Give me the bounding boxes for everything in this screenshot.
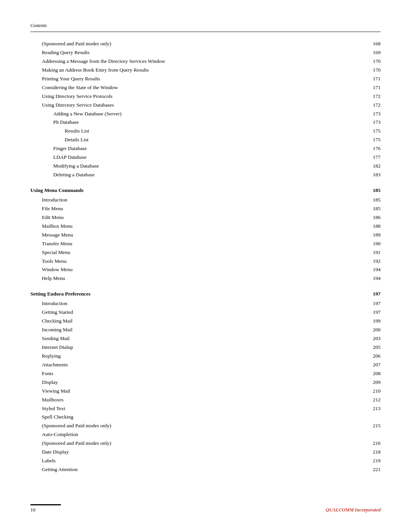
- toc-entry-page: 171: [362, 83, 381, 92]
- toc-entry-page: 197: [362, 299, 381, 308]
- list-item: Details List175: [30, 136, 381, 144]
- page-header: Contents: [30, 23, 381, 32]
- toc-entry-page: 169: [362, 48, 381, 57]
- toc-entry-page: 215: [362, 422, 381, 430]
- toc-entry-page: 200: [362, 326, 381, 334]
- list-item: Using Directory Service Protocols172: [30, 92, 381, 101]
- toc-entry-text: Getting Attention: [30, 465, 362, 474]
- toc-entry-page: 212: [362, 396, 381, 404]
- toc-entry-text: Using Directory Service Databases: [30, 101, 362, 110]
- toc-entry-page: 172: [362, 101, 381, 110]
- toc-entry-page: 209: [362, 378, 381, 387]
- toc-entry-text: (Sponsored and Paid modes only): [30, 439, 362, 448]
- toc-entry-text: Fonts: [30, 369, 362, 378]
- list-item: File Menu185: [30, 204, 381, 213]
- toc-entry-text: Adding a New Database (Server): [30, 110, 362, 118]
- toc-entry-text: Mailboxes: [30, 396, 362, 404]
- toc-entry-page: 186: [362, 213, 381, 222]
- toc-entry-page: 206: [362, 352, 381, 361]
- list-item: Ph Database173: [30, 118, 381, 127]
- toc-entry-page: 189: [362, 231, 381, 240]
- list-item: Help Menu194: [30, 274, 381, 283]
- section-page: 197: [362, 290, 381, 299]
- toc-entry-text: Addressing a Message from the Directory …: [30, 57, 362, 66]
- brand-label: QUALCOMM Incorporated: [326, 507, 381, 513]
- toc-entry-text: Attachments: [30, 361, 362, 369]
- list-item: Addressing a Message from the Directory …: [30, 57, 381, 66]
- list-item: Replying206: [30, 352, 381, 361]
- list-item: Finger Database176: [30, 144, 381, 153]
- list-item: Styled Text213: [30, 404, 381, 413]
- toc-entry-text: Message Menu: [30, 231, 362, 240]
- toc-entry-page: 173: [362, 118, 381, 127]
- list-item: Tools Menu192: [30, 257, 381, 266]
- section-title: Setting Eudora Preferences: [30, 290, 362, 299]
- toc-entry-text: Modifying a Database: [30, 162, 362, 171]
- section-page: 185: [362, 186, 381, 195]
- toc-entry-page: 171: [362, 75, 381, 83]
- toc-entry-text: Display: [30, 378, 362, 387]
- list-item: Mailbox Menu188: [30, 222, 381, 231]
- toc-entry-text: Help Menu: [30, 274, 362, 283]
- header-label: Contents: [30, 23, 47, 28]
- toc-entry-text: Deleting a Database: [30, 171, 362, 179]
- list-item: Labels219: [30, 457, 381, 465]
- list-item: Using Directory Service Databases172: [30, 101, 381, 110]
- toc-sections: Using Menu Commands185Introduction185Fil…: [30, 186, 381, 474]
- toc-entry-page: 190: [362, 240, 381, 248]
- list-item: Message Menu189: [30, 231, 381, 240]
- toc-entry-page: 175: [362, 127, 381, 136]
- list-item: Attachments207: [30, 361, 381, 369]
- list-item: (Sponsored and Paid modes only)168: [30, 40, 381, 48]
- section-title: Using Menu Commands: [30, 186, 362, 195]
- section-header: Using Menu Commands185: [30, 186, 381, 195]
- list-item: Special Menu191: [30, 248, 381, 257]
- page-footer: 10 QUALCOMM Incorporated: [30, 504, 381, 513]
- toc-entry-text: (Sponsored and Paid modes only): [30, 422, 362, 430]
- list-item: Introduction185: [30, 196, 381, 204]
- toc-entry-text: Details List: [30, 136, 362, 144]
- list-item: Getting Attention221: [30, 465, 381, 474]
- list-item: (Sponsored and Paid modes only)215: [30, 422, 381, 430]
- toc-entry-page: 213: [362, 404, 381, 413]
- list-item: Deleting a Database183: [30, 171, 381, 179]
- toc-entry-page: 188: [362, 222, 381, 231]
- toc-entry-page: 207: [362, 361, 381, 369]
- list-item: Considering the State of the Window171: [30, 83, 381, 92]
- toc-entry-page: 183: [362, 171, 381, 179]
- list-item: LDAP Database177: [30, 153, 381, 162]
- toc-entry-page: 203: [362, 334, 381, 343]
- list-item: Modifying a Database182: [30, 162, 381, 171]
- toc-entry-text: Spell Checking: [30, 413, 362, 422]
- list-item: Making an Address Book Entry from Query …: [30, 66, 381, 75]
- toc-entry-page: 168: [362, 40, 381, 48]
- toc-entry-text: Special Menu: [30, 248, 362, 257]
- toc-entry-page: 170: [362, 57, 381, 66]
- toc-entry-page: 172: [362, 92, 381, 101]
- toc-entry-text: Window Menu: [30, 265, 362, 274]
- toc-entry-text: Ph Database: [30, 118, 362, 127]
- toc-entry-page: 194: [362, 274, 381, 283]
- toc-entry-page: 182: [362, 162, 381, 171]
- list-item: Fonts208: [30, 369, 381, 378]
- toc-entry-page: 199: [362, 317, 381, 326]
- toc-entry-page: 197: [362, 308, 381, 317]
- toc-entry-page: 170: [362, 66, 381, 75]
- toc-entry-text: Sending Mail: [30, 334, 362, 343]
- list-item: Viewing Mail210: [30, 387, 381, 396]
- toc-entry-page: 218: [362, 448, 381, 457]
- toc-entry-page: 176: [362, 144, 381, 153]
- toc-entry-text: Using Directory Service Protocols: [30, 92, 362, 101]
- toc-entry-text: LDAP Database: [30, 153, 362, 162]
- toc-entry-page: 191: [362, 248, 381, 257]
- list-item: (Sponsored and Paid modes only)216: [30, 439, 381, 448]
- list-item: Printing Your Query Results171: [30, 75, 381, 83]
- toc-entry-text: Styled Text: [30, 404, 362, 413]
- list-item: Edit Menu186: [30, 213, 381, 222]
- list-item: Auto-Completion: [30, 430, 381, 439]
- toc-entry-text: Checking Mail: [30, 317, 362, 326]
- toc-entry-text: Transfer Menu: [30, 240, 362, 248]
- list-item: Adding a New Database (Server)173: [30, 110, 381, 118]
- list-item: Mailboxes212: [30, 396, 381, 404]
- toc-entry-text: Making an Address Book Entry from Query …: [30, 66, 362, 75]
